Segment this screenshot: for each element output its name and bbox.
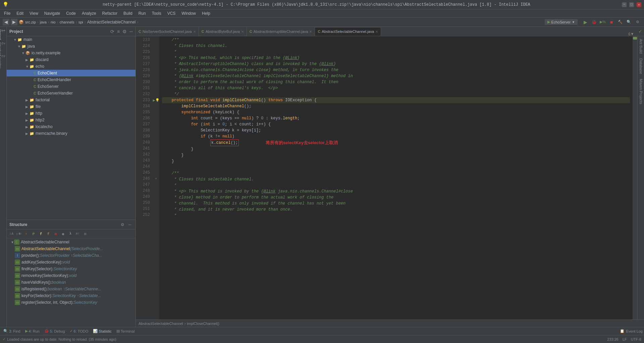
encoding[interactable]: UTF-8 (631, 337, 641, 341)
menubar-item-build[interactable]: Build (121, 10, 135, 16)
menubar-item-navigate[interactable]: Navigate (42, 10, 63, 16)
gutter-fold-245[interactable]: ▾ (153, 176, 159, 182)
maximize-button[interactable]: □ (629, 2, 634, 7)
find-button[interactable]: 🔍 3: Find (1, 328, 22, 334)
debug-button[interactable]: 🐞 (590, 18, 598, 26)
minimize-button[interactable]: ─ (622, 2, 627, 7)
project-close-button[interactable]: ─ (129, 29, 133, 34)
show-anon-button[interactable]: ◉ (60, 231, 66, 237)
forward-button[interactable]: ▶ (11, 19, 17, 25)
search-button[interactable]: 🔍 (625, 18, 633, 26)
database-label[interactable]: Database (638, 57, 644, 75)
tree-item-factorial[interactable]: ▶ 📁 factorial (7, 97, 136, 103)
sort-visibility-button[interactable]: ↕👁 (15, 231, 22, 237)
struct-method-addkey[interactable]: m addKey(SelectionKey): void (7, 259, 136, 266)
tab-close-button[interactable]: ✕ (193, 30, 196, 34)
run-tool-button[interactable]: ▶ 4: Run (23, 328, 42, 334)
show-fields-button[interactable]: ↑ (23, 231, 30, 237)
debug-tool-button[interactable]: 🐞 5: Debug (42, 328, 67, 334)
ant-build-label[interactable]: Ant Build (638, 38, 644, 55)
favorites-sidebar-tab[interactable]: 2: Favorites (1, 54, 6, 59)
show-package-button[interactable]: f (45, 231, 52, 237)
show-inherited-button[interactable]: ≡↑ (74, 231, 81, 237)
maven-projects-label[interactable]: Maven Projects (638, 77, 644, 106)
settings-button[interactable]: ⚙ (634, 18, 641, 26)
menubar-item-vcs[interactable]: VCS (165, 10, 178, 16)
struct-method-findkey[interactable]: m findKey(Selector): SelectionKey (7, 266, 136, 272)
tree-item-echoclient[interactable]: C EchoClient (7, 70, 136, 76)
run-config-selector[interactable]: ▶ EchoServer ▼ (545, 19, 578, 25)
event-log-button[interactable]: 📋 Event Log (620, 329, 643, 333)
tree-item-echo[interactable]: ▼ 📁 echo (7, 63, 136, 70)
tree-item-java[interactable]: ▼ 📁 java (7, 43, 136, 50)
struct-method-removekey[interactable]: m removeKey(SelectionKey): void (7, 272, 136, 279)
folder-icon: 📁 (30, 125, 34, 129)
back-button[interactable]: ◀ (3, 19, 9, 25)
struct-method-keyfor[interactable]: m keyFor(Selector): SelectionKey ↑Select… (7, 292, 136, 299)
menubar-item-help[interactable]: Help (199, 10, 213, 16)
run-coverage-button[interactable]: ▶% (599, 18, 606, 26)
tree-item-echoserver[interactable]: C EchoServer (7, 83, 136, 90)
structure-sidebar-tab[interactable]: Z: Structure (1, 41, 6, 46)
tab-abstractselectablechannel[interactable]: C AbstractSelectableChannel.java ✕ (315, 27, 381, 36)
structure-settings-button[interactable]: ⚙ (119, 222, 125, 228)
menubar-item-refactor[interactable]: Refactor (100, 10, 120, 16)
project-settings-button[interactable]: ⚙ (122, 29, 127, 34)
code-content[interactable]: /** * Closes this channel. * * <p> This … (159, 36, 633, 320)
line-ending[interactable]: LF (623, 337, 627, 341)
build-button[interactable]: 🔨 (616, 18, 624, 26)
project-collapse-button[interactable]: ≡ (117, 29, 120, 34)
todo-button[interactable]: ✓ 6: TODO (68, 328, 91, 334)
struct-constructor[interactable]: m AbstractSelectableChannel (SelectorPro… (7, 245, 136, 252)
menubar-item-code[interactable]: Code (63, 10, 78, 16)
code-line-244 (162, 164, 630, 170)
struct-field-provider[interactable]: f provider(): SelectorProvider ↑Selectab… (7, 252, 136, 259)
tab-abstractinterruptiblechannel[interactable]: C AbstractInterruptibleChannel.java ✕ (247, 27, 315, 36)
show-protected-button[interactable]: f (38, 231, 44, 237)
terminal-button[interactable]: ▤ Terminal (114, 328, 137, 334)
tree-item-localecho[interactable]: ▶ 📁 localecho (7, 123, 136, 130)
show-public-button[interactable]: P (30, 231, 37, 237)
tree-item-memcache[interactable]: ▶ 📁 memcache.binary (7, 130, 136, 137)
tree-item-echoclienthandler[interactable]: C EchoClientHandler (7, 76, 136, 83)
struct-method-isregistered[interactable]: m isRegistered(): boolean ↑SelectableCha… (7, 286, 136, 292)
menubar-item-tools[interactable]: Tools (149, 10, 164, 16)
close-button[interactable]: ✕ (637, 2, 641, 7)
tree-item-main[interactable]: ▼ 📁 main (7, 36, 136, 43)
menubar-item-view[interactable]: View (27, 10, 41, 16)
run-button[interactable]: ▶ (582, 18, 589, 26)
tab-close-button[interactable]: ✕ (241, 30, 244, 34)
menubar-item-analyze[interactable]: Analyze (79, 10, 99, 16)
project-sync-button[interactable]: ⟳ (110, 29, 114, 34)
tree-item-http[interactable]: ▶ 📁 http (7, 110, 136, 117)
menubar-item-run[interactable]: Run (136, 10, 149, 16)
code-line-249: * close} method in order to perform the … (162, 194, 630, 201)
tab-nioserversocketchannel[interactable]: C NioServerSocketChannel.java ✕ (136, 27, 199, 36)
show-private-button[interactable]: m (52, 231, 59, 237)
tree-item-http2[interactable]: ▶ 📁 http2 (7, 117, 136, 123)
struct-method-havevalidkeys[interactable]: m haveValidKeys(): boolean (7, 279, 136, 286)
statistic-button[interactable]: 📊 Statistic (91, 328, 114, 334)
cursor-position[interactable]: 233:26 (607, 337, 619, 341)
menubar-item-window[interactable]: Window (179, 10, 199, 16)
tree-item-file[interactable]: ▶ 📁 file (7, 103, 136, 110)
struct-item-label: AbstractSelectableChannel (21, 246, 70, 251)
sort-alpha-button[interactable]: ↕A (8, 231, 15, 237)
gutter-arrow-233[interactable]: ▶ 💡 (153, 97, 159, 103)
menubar-item-file[interactable]: File (1, 10, 13, 16)
menubar-item-edit[interactable]: Edit (14, 10, 26, 16)
struct-method-register[interactable]: m register(Selector, int, Object): Selec… (7, 299, 136, 306)
tab-abstractbytebuf[interactable]: C AbstractByteBuf.java ✕ (199, 27, 247, 36)
statistic-icon: 📊 (93, 329, 98, 333)
struct-class-root[interactable]: ▼ C AbstractSelectableChannel (7, 239, 136, 245)
tree-item-ionetty[interactable]: ▼ 📦 io.netty.example (7, 50, 136, 56)
show-lambdas-button[interactable]: λ (67, 231, 74, 237)
expand-all-button[interactable]: ⊞ (82, 231, 89, 237)
tree-item-echoserverhandler[interactable]: C EchoServerHandler (7, 90, 136, 97)
tree-item-discard[interactable]: ▶ 📁 discard (7, 56, 136, 63)
stop-button[interactable]: ■ (608, 18, 615, 26)
tab-close-button[interactable]: ✕ (375, 30, 378, 34)
tab-close-button[interactable]: ✕ (309, 30, 312, 34)
project-sidebar-tab[interactable]: 1: Project (1, 28, 6, 34)
structure-minimize-button[interactable]: ─ (127, 222, 133, 228)
